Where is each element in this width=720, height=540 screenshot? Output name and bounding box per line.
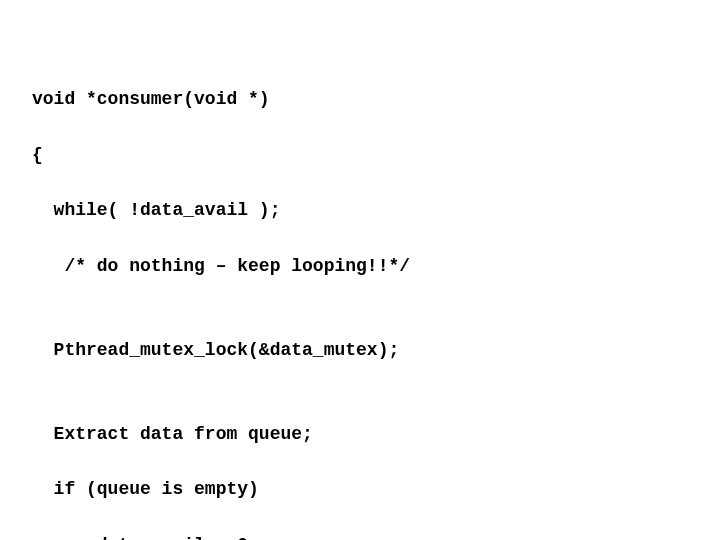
- code-line: while( !data_avail );: [32, 197, 720, 225]
- code-line: {: [32, 142, 720, 170]
- code-line: data_avail = 0;: [32, 532, 720, 540]
- code-block: void *consumer(void *) { while( !data_av…: [0, 0, 720, 540]
- code-line: Pthread_mutex_lock(&data_mutex);: [32, 337, 720, 365]
- code-line: void *consumer(void *): [32, 86, 720, 114]
- code-line: /* do nothing – keep looping!!*/: [32, 253, 720, 281]
- code-line: if (queue is empty): [32, 476, 720, 504]
- code-line: Extract data from queue;: [32, 421, 720, 449]
